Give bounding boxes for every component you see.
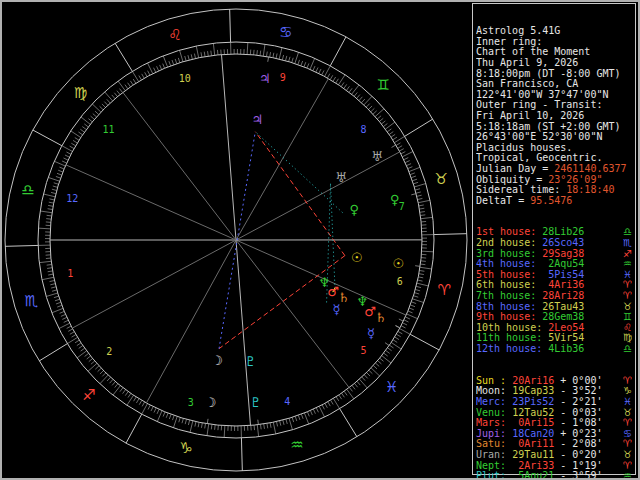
degree-tick <box>304 62 306 67</box>
degree-tick <box>398 146 402 148</box>
degree-tick <box>71 143 75 146</box>
degree-tick <box>331 400 334 404</box>
sign-boundary <box>5 245 38 246</box>
planet-row: Moon: 19Cap33 - 3°52'♑ <box>476 386 632 397</box>
degree-tick <box>60 311 65 313</box>
degree-tick <box>68 329 72 331</box>
degree-tick <box>283 420 284 425</box>
degree-tick <box>47 268 52 269</box>
sign-glyph: ♈ <box>623 291 632 302</box>
zodiac-sign-glyph: ♍ <box>74 84 87 102</box>
astrolog-window: ♈♉♊♋♌♍♎♏♐♑♒♓123456789101112♄♄♂♂♆♆☉☉♀♀♅♅♃… <box>0 0 640 480</box>
degree-tick <box>419 274 424 275</box>
zodiac-sign-glyph: ♑ <box>180 439 193 457</box>
house-number: 6 <box>397 276 403 287</box>
degree-tick <box>196 46 198 58</box>
degree-tick <box>422 251 434 252</box>
degree-tick <box>366 104 370 108</box>
chart-wheel: ♈♉♊♋♌♍♎♏♐♑♒♓123456789101112♄♄♂♂♆♆☉☉♀♀♅♅♃… <box>2 2 472 478</box>
degree-tick <box>38 228 50 229</box>
degree-tick <box>410 173 415 175</box>
degree-tick <box>404 320 409 322</box>
sign-glyph: ♈ <box>623 439 632 450</box>
degree-tick <box>292 417 294 422</box>
planet-neptune-transit-glyph: ♆ <box>356 294 368 309</box>
degree-tick <box>420 264 425 265</box>
degree-tick <box>336 79 339 83</box>
planet-pointer-tick <box>415 266 420 267</box>
degree-tick <box>339 395 342 399</box>
zodiac-sign-glyph: ♋ <box>279 23 292 41</box>
planet-list: Sun : 20Ari16 + 0°00'♈Moon: 19Cap33 - 3°… <box>476 376 632 480</box>
house-row: 9th house: 28Gem38♊ <box>476 312 632 323</box>
house-row: 1st house: 28Lib26♎ <box>476 227 632 238</box>
degree-tick <box>420 212 425 213</box>
degree-tick <box>362 377 365 381</box>
degree-tick <box>270 423 271 428</box>
degree-tick <box>388 348 392 351</box>
degree-tick <box>113 386 120 395</box>
degree-tick <box>201 423 202 428</box>
planet-moon-glyph: ☽ <box>211 353 223 368</box>
degree-tick <box>145 72 147 76</box>
degree-tick <box>128 83 131 87</box>
sign-glyph: ♎ <box>623 344 632 355</box>
degree-tick <box>342 393 345 397</box>
house-number: 12 <box>66 193 78 204</box>
degree-tick <box>142 402 144 406</box>
degree-tick <box>391 134 395 137</box>
degree-tick <box>279 47 282 59</box>
planet-row: Sun : 20Ari16 + 0°00'♈ <box>476 376 632 387</box>
degree-tick <box>190 421 193 433</box>
sign-glyph: ♌ <box>623 323 632 334</box>
zodiac-sign-glyph: ♒ <box>290 436 303 454</box>
degree-tick <box>163 56 167 67</box>
planet-jupiter-transit-glyph: ♃ <box>259 71 271 86</box>
degree-tick <box>354 92 357 96</box>
planet-pointer-tick <box>411 194 416 195</box>
info-line: Outer ring - Transit: <box>476 100 632 111</box>
degree-tick <box>114 93 117 97</box>
zodiac-sign-glyph: ♌ <box>168 26 181 44</box>
sign-boundary <box>434 234 467 235</box>
degree-tick <box>81 117 90 124</box>
sign-boundary <box>115 43 132 71</box>
degree-tick <box>51 192 56 193</box>
degree-tick <box>333 398 339 408</box>
info-line: Inner ring: <box>476 37 632 48</box>
sign-boundary <box>241 438 242 471</box>
house-cusp-line <box>236 240 250 425</box>
degree-tick <box>411 302 416 304</box>
degree-tick <box>404 158 409 160</box>
sign-glyph: ♒ <box>623 259 632 270</box>
degree-tick <box>82 127 86 130</box>
degree-tick <box>48 209 53 210</box>
degree-tick <box>70 146 74 148</box>
house-number: 1 <box>67 268 73 279</box>
house-number: 2 <box>106 346 112 357</box>
degree-tick <box>418 280 423 281</box>
degree-tick <box>289 57 290 62</box>
degree-tick <box>261 424 262 429</box>
degree-tick <box>384 353 388 356</box>
degree-tick <box>195 422 196 427</box>
planet-saturn-transit-glyph: ♄ <box>375 310 387 325</box>
degree-tick <box>163 412 165 417</box>
degree-tick <box>352 385 355 389</box>
planet-venus-transit-glyph: ♀ <box>390 192 400 207</box>
degree-tick <box>385 122 395 129</box>
degree-tick <box>49 199 54 200</box>
degree-tick <box>412 299 423 303</box>
degree-tick <box>125 392 128 396</box>
degree-tick <box>381 121 385 124</box>
degree-tick <box>160 65 162 70</box>
degree-tick <box>105 92 113 101</box>
degree-tick <box>373 365 377 368</box>
degree-tick <box>403 323 407 325</box>
degree-tick <box>325 403 327 407</box>
sign-boundary <box>405 119 433 136</box>
degree-tick <box>127 395 134 405</box>
house-row: 8th house: 26Tau43♉ <box>476 302 632 313</box>
degree-tick <box>47 265 52 266</box>
degree-tick <box>169 61 171 66</box>
